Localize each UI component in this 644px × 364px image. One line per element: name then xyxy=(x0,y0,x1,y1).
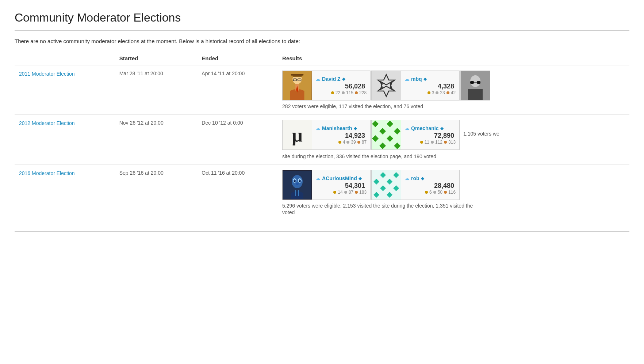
candidate-name-qmechanic[interactable]: Qmechanic xyxy=(411,125,438,131)
mod-icon-davidz: ☁ xyxy=(315,76,321,82)
candidate-name-acuriousmind[interactable]: ACuriousMind xyxy=(322,175,357,181)
candidate-name-row-qmechanic: ☁ Qmechanic ◆ xyxy=(405,125,456,131)
election-results-2011: ☁ David Z ◆ 56,028 22 115 xyxy=(278,65,629,115)
silver-count-davidz: 115 xyxy=(346,90,353,95)
badge-row-rob: 6 50 116 xyxy=(405,190,456,195)
gold-dot-manishearth xyxy=(338,141,341,144)
candidate-name-row-davidz: ☁ David Z ◆ xyxy=(315,76,367,82)
bronze-count-rob: 116 xyxy=(448,190,456,195)
gold-dot-acuriousmind xyxy=(333,191,336,194)
bronze-count-manishearth: 87 xyxy=(362,140,367,145)
svg-marker-10 xyxy=(378,81,395,96)
avatar-mbq xyxy=(372,71,401,100)
candidate-info-acuriousmind: ☁ ACuriousMind ◆ 54,301 14 87 xyxy=(312,170,370,200)
candidates-2012: μ ☁ Manishearth ◆ 14,923 xyxy=(282,120,460,150)
gold-count-rob: 6 xyxy=(429,190,432,195)
gold-count-mbq: 3 xyxy=(432,90,434,95)
silver-count-mbq: 23 xyxy=(440,90,445,95)
silver-dot-qmechanic xyxy=(431,141,434,144)
diamond-qmechanic: ◆ xyxy=(440,126,444,131)
avatar-davidz xyxy=(283,71,312,100)
candidate-score-acuriousmind: 54,301 xyxy=(315,182,367,190)
svg-rect-13 xyxy=(468,89,483,100)
svg-point-23 xyxy=(294,181,295,182)
election-row-2011: 2011 Moderator Election Mar 28 '11 at 20… xyxy=(15,65,629,115)
election-results-2012: μ ☁ Manishearth ◆ 14,923 xyxy=(278,115,629,165)
gold-dot-davidz xyxy=(331,91,334,94)
silver-dot-manishearth xyxy=(346,141,349,144)
election-ended-2012: Dec 10 '12 at 0:00 xyxy=(197,115,278,165)
candidate-info-manishearth: ☁ Manishearth ◆ 14,923 4 39 xyxy=(312,120,370,149)
election-link-2016[interactable]: 2016 Moderator Election xyxy=(19,170,75,176)
bronze-count-acuriousmind: 183 xyxy=(359,190,367,195)
diamond-davidz: ◆ xyxy=(342,76,345,81)
bronze-count-qmechanic: 313 xyxy=(448,140,456,145)
election-link-2012[interactable]: 2012 Moderator Election xyxy=(19,120,75,126)
bronze-count-davidz: 228 xyxy=(359,90,367,95)
mod-icon-qmechanic: ☁ xyxy=(405,125,410,131)
mod-icon-mbq: ☁ xyxy=(405,76,410,82)
election-link-2011[interactable]: 2011 Moderator Election xyxy=(19,71,75,77)
candidate-name-mbq[interactable]: mbq xyxy=(411,76,422,82)
candidate-card-acuriousmind: ☁ ACuriousMind ◆ 54,301 14 87 xyxy=(282,170,371,200)
col-header-election xyxy=(15,53,115,65)
badge-row-acuriousmind: 14 87 183 xyxy=(315,190,367,195)
diamond-mbq: ◆ xyxy=(423,76,427,81)
bottom-divider xyxy=(15,231,629,232)
svg-rect-3 xyxy=(291,74,304,76)
avatar-third-2011 xyxy=(461,71,490,100)
election-started-2016: Sep 26 '16 at 20:00 xyxy=(115,165,198,221)
diamond-acuriousmind: ◆ xyxy=(359,176,362,181)
voter-text-2012: site during the election, 336 visited th… xyxy=(282,153,625,159)
gold-count-acuriousmind: 14 xyxy=(338,190,342,195)
silver-dot-davidz xyxy=(342,91,345,94)
candidate-info-mbq: ☁ mbq ◆ 4,328 3 23 42 xyxy=(401,71,459,100)
silver-count-acuriousmind: 87 xyxy=(349,190,353,195)
election-row-2016: 2016 Moderator Election Sep 26 '16 at 20… xyxy=(15,165,629,221)
svg-rect-15 xyxy=(477,81,480,84)
bronze-dot-acuriousmind xyxy=(355,191,358,194)
bronze-dot-qmechanic xyxy=(444,141,447,144)
candidate-info-qmechanic: ☁ Qmechanic ◆ 72,890 11 112 xyxy=(401,120,459,149)
gold-count-davidz: 22 xyxy=(336,90,340,95)
col-header-started: Started xyxy=(115,53,198,65)
candidates-2016: ☁ ACuriousMind ◆ 54,301 14 87 xyxy=(282,170,625,200)
candidate-name-row-acuriousmind: ☁ ACuriousMind ◆ xyxy=(315,175,367,181)
voter-text-2016-line1: 5,296 voters were eligible, 2,153 visite… xyxy=(282,203,625,209)
candidate-name-row-rob: ☁ rob ◆ xyxy=(405,175,456,181)
bronze-dot-davidz xyxy=(355,91,358,94)
gold-count-manishearth: 4 xyxy=(343,140,345,145)
rob-pattern xyxy=(373,172,399,198)
silver-count-qmechanic: 112 xyxy=(435,140,442,145)
voter-text-2011: 282 voters were eligible, 117 visited th… xyxy=(282,103,625,109)
candidate-info-davidz: ☁ David Z ◆ 56,028 22 115 xyxy=(312,71,370,100)
candidate-name-row-manishearth: ☁ Manishearth ◆ xyxy=(315,125,367,131)
gold-dot-qmechanic xyxy=(420,141,423,144)
page-title: Community Moderator Elections xyxy=(15,11,629,24)
overflow-voter-text-2012: 1,105 voters we xyxy=(463,120,499,137)
candidate-name-davidz[interactable]: David Z xyxy=(322,76,341,82)
candidate-card-mbq: ☁ mbq ◆ 4,328 3 23 42 xyxy=(371,71,460,101)
silver-dot-acuriousmind xyxy=(344,191,347,194)
silver-dot-rob xyxy=(433,191,436,194)
avatar-manishearth: μ xyxy=(283,120,312,149)
election-ended-2011: Apr 14 '11 at 20:00 xyxy=(197,65,278,115)
elections-table: Started Ended Results 2011 Moderator Ele… xyxy=(15,53,629,220)
candidate-card-third-2011 xyxy=(460,71,490,101)
candidate-name-rob[interactable]: rob xyxy=(411,175,419,181)
voter-text-2016-line2: voted xyxy=(282,209,625,215)
bronze-count-mbq: 42 xyxy=(451,90,456,95)
gold-dot-mbq xyxy=(428,91,430,94)
silver-count-rob: 50 xyxy=(438,190,442,195)
candidate-info-rob: ☁ rob ◆ 28,480 6 50 116 xyxy=(401,170,459,200)
qmechanic-pattern xyxy=(372,121,400,149)
svg-point-24 xyxy=(299,181,300,182)
bronze-dot-manishearth xyxy=(357,141,360,144)
mod-icon-rob: ☁ xyxy=(405,175,410,181)
bronze-dot-mbq xyxy=(446,91,449,94)
candidate-score-mbq: 4,328 xyxy=(405,83,456,90)
candidate-score-qmechanic: 72,890 xyxy=(405,132,456,140)
candidate-card-qmechanic: ☁ Qmechanic ◆ 72,890 11 112 xyxy=(371,120,460,150)
candidate-name-manishearth[interactable]: Manishearth xyxy=(322,125,352,131)
intro-text: There are no active community moderator … xyxy=(15,38,629,44)
